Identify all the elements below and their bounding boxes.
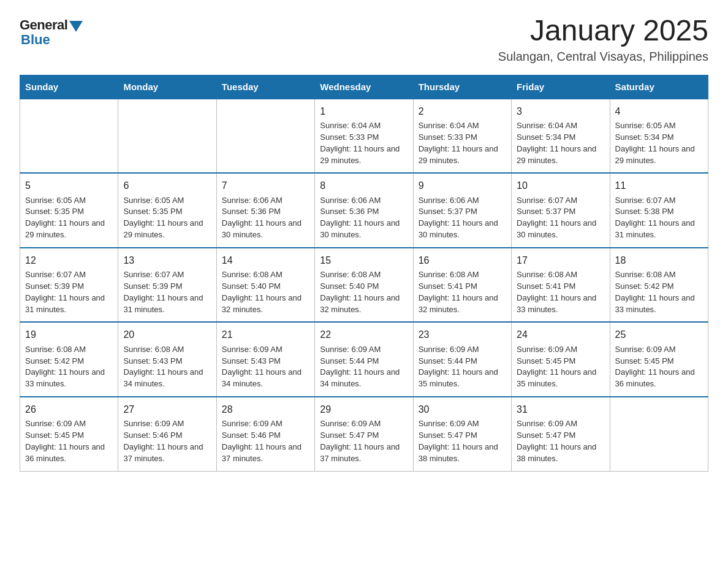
- day-info: Sunrise: 6:05 AMSunset: 5:34 PMDaylight:…: [615, 120, 703, 166]
- day-number: 2: [419, 104, 506, 118]
- day-info: Sunrise: 6:09 AMSunset: 5:46 PMDaylight:…: [222, 418, 309, 464]
- day-info: Sunrise: 6:06 AMSunset: 5:37 PMDaylight:…: [419, 195, 506, 241]
- day-info: Sunrise: 6:04 AMSunset: 5:33 PMDaylight:…: [320, 120, 408, 166]
- calendar-cell: 12Sunrise: 6:07 AMSunset: 5:39 PMDayligh…: [20, 248, 118, 323]
- day-number: 26: [25, 402, 113, 416]
- day-info: Sunrise: 6:08 AMSunset: 5:41 PMDaylight:…: [517, 269, 604, 315]
- week-row-5: 26Sunrise: 6:09 AMSunset: 5:45 PMDayligh…: [20, 397, 708, 471]
- day-number: 31: [517, 402, 604, 416]
- calendar-cell: 29Sunrise: 6:09 AMSunset: 5:47 PMDayligh…: [315, 397, 413, 471]
- week-row-2: 5Sunrise: 6:05 AMSunset: 5:35 PMDaylight…: [20, 173, 708, 248]
- day-number: 23: [419, 327, 506, 342]
- calendar-cell: [610, 397, 708, 471]
- day-number: 5: [25, 178, 113, 193]
- day-number: 29: [320, 402, 408, 416]
- logo: General Blue: [20, 15, 83, 48]
- day-info: Sunrise: 6:09 AMSunset: 5:46 PMDaylight:…: [123, 418, 211, 464]
- day-info: Sunrise: 6:08 AMSunset: 5:43 PMDaylight:…: [123, 344, 211, 390]
- day-number: 12: [25, 253, 113, 267]
- day-number: 28: [222, 402, 309, 416]
- day-number: 4: [615, 104, 703, 118]
- day-info: Sunrise: 6:09 AMSunset: 5:47 PMDaylight:…: [419, 418, 506, 464]
- day-number: 7: [222, 178, 309, 193]
- day-number: 18: [615, 253, 703, 267]
- title-section: January 2025 Sulangan, Central Visayas, …: [498, 15, 708, 64]
- day-info: Sunrise: 6:08 AMSunset: 5:41 PMDaylight:…: [419, 269, 506, 315]
- calendar-cell: 9Sunrise: 6:06 AMSunset: 5:37 PMDaylight…: [413, 173, 511, 248]
- day-number: 13: [123, 253, 211, 267]
- calendar-cell: [216, 99, 314, 174]
- day-info: Sunrise: 6:09 AMSunset: 5:44 PMDaylight:…: [320, 344, 408, 390]
- logo-general-text: General: [20, 17, 67, 33]
- calendar-subtitle: Sulangan, Central Visayas, Philippines: [498, 50, 708, 64]
- weekday-header-sunday: Sunday: [20, 75, 118, 99]
- day-info: Sunrise: 6:04 AMSunset: 5:33 PMDaylight:…: [419, 120, 506, 166]
- day-number: 9: [419, 178, 506, 193]
- week-row-4: 19Sunrise: 6:08 AMSunset: 5:42 PMDayligh…: [20, 322, 708, 397]
- day-number: 14: [222, 253, 309, 267]
- calendar-cell: 4Sunrise: 6:05 AMSunset: 5:34 PMDaylight…: [610, 99, 708, 174]
- calendar-cell: 2Sunrise: 6:04 AMSunset: 5:33 PMDaylight…: [413, 99, 511, 174]
- day-number: 21: [222, 327, 309, 342]
- calendar-cell: 6Sunrise: 6:05 AMSunset: 5:35 PMDaylight…: [118, 173, 216, 248]
- calendar-cell: [20, 99, 118, 174]
- calendar-cell: 15Sunrise: 6:08 AMSunset: 5:40 PMDayligh…: [315, 248, 413, 323]
- weekday-header-saturday: Saturday: [610, 75, 708, 99]
- day-info: Sunrise: 6:05 AMSunset: 5:35 PMDaylight:…: [123, 195, 211, 241]
- day-info: Sunrise: 6:08 AMSunset: 5:42 PMDaylight:…: [615, 269, 703, 315]
- calendar-cell: 24Sunrise: 6:09 AMSunset: 5:45 PMDayligh…: [512, 322, 610, 397]
- logo-blue-text: Blue: [21, 32, 50, 48]
- week-row-1: 1Sunrise: 6:04 AMSunset: 5:33 PMDaylight…: [20, 99, 708, 174]
- day-info: Sunrise: 6:04 AMSunset: 5:34 PMDaylight:…: [517, 120, 604, 166]
- logo-triangle-icon: [69, 21, 83, 32]
- day-info: Sunrise: 6:09 AMSunset: 5:47 PMDaylight:…: [517, 418, 604, 464]
- day-number: 15: [320, 253, 408, 267]
- weekday-header-row: SundayMondayTuesdayWednesdayThursdayFrid…: [20, 75, 708, 99]
- weekday-header-friday: Friday: [512, 75, 610, 99]
- day-number: 22: [320, 327, 408, 342]
- day-number: 25: [615, 327, 703, 342]
- day-info: Sunrise: 6:09 AMSunset: 5:45 PMDaylight:…: [517, 344, 604, 390]
- calendar-cell: [118, 99, 216, 174]
- day-info: Sunrise: 6:09 AMSunset: 5:43 PMDaylight:…: [222, 344, 309, 390]
- day-info: Sunrise: 6:07 AMSunset: 5:38 PMDaylight:…: [615, 195, 703, 241]
- day-info: Sunrise: 6:06 AMSunset: 5:36 PMDaylight:…: [320, 195, 408, 241]
- day-number: 11: [615, 178, 703, 193]
- day-number: 3: [517, 104, 604, 118]
- day-info: Sunrise: 6:07 AMSunset: 5:37 PMDaylight:…: [517, 195, 604, 241]
- calendar-cell: 1Sunrise: 6:04 AMSunset: 5:33 PMDaylight…: [315, 99, 413, 174]
- calendar-cell: 28Sunrise: 6:09 AMSunset: 5:46 PMDayligh…: [216, 397, 314, 471]
- calendar-cell: 3Sunrise: 6:04 AMSunset: 5:34 PMDaylight…: [512, 99, 610, 174]
- day-info: Sunrise: 6:06 AMSunset: 5:36 PMDaylight:…: [222, 195, 309, 241]
- day-number: 19: [25, 327, 113, 342]
- weekday-header-tuesday: Tuesday: [216, 75, 314, 99]
- day-number: 16: [419, 253, 506, 267]
- calendar-cell: 20Sunrise: 6:08 AMSunset: 5:43 PMDayligh…: [118, 322, 216, 397]
- calendar-cell: 16Sunrise: 6:08 AMSunset: 5:41 PMDayligh…: [413, 248, 511, 323]
- day-info: Sunrise: 6:09 AMSunset: 5:45 PMDaylight:…: [615, 344, 703, 390]
- day-number: 17: [517, 253, 604, 267]
- calendar-cell: 17Sunrise: 6:08 AMSunset: 5:41 PMDayligh…: [512, 248, 610, 323]
- calendar-cell: 31Sunrise: 6:09 AMSunset: 5:47 PMDayligh…: [512, 397, 610, 471]
- calendar-cell: 11Sunrise: 6:07 AMSunset: 5:38 PMDayligh…: [610, 173, 708, 248]
- calendar-cell: 26Sunrise: 6:09 AMSunset: 5:45 PMDayligh…: [20, 397, 118, 471]
- calendar-cell: 5Sunrise: 6:05 AMSunset: 5:35 PMDaylight…: [20, 173, 118, 248]
- day-info: Sunrise: 6:08 AMSunset: 5:42 PMDaylight:…: [25, 344, 113, 390]
- calendar-cell: 22Sunrise: 6:09 AMSunset: 5:44 PMDayligh…: [315, 322, 413, 397]
- weekday-header-thursday: Thursday: [413, 75, 511, 99]
- day-number: 1: [320, 104, 408, 118]
- page-header: General Blue January 2025 Sulangan, Cent…: [20, 15, 708, 64]
- day-number: 10: [517, 178, 604, 193]
- calendar-cell: 25Sunrise: 6:09 AMSunset: 5:45 PMDayligh…: [610, 322, 708, 397]
- day-info: Sunrise: 6:07 AMSunset: 5:39 PMDaylight:…: [25, 269, 113, 315]
- day-number: 27: [123, 402, 211, 416]
- day-number: 8: [320, 178, 408, 193]
- calendar-cell: 7Sunrise: 6:06 AMSunset: 5:36 PMDaylight…: [216, 173, 314, 248]
- calendar-table: SundayMondayTuesdayWednesdayThursdayFrid…: [20, 75, 708, 472]
- calendar-cell: 8Sunrise: 6:06 AMSunset: 5:36 PMDaylight…: [315, 173, 413, 248]
- day-number: 20: [123, 327, 211, 342]
- day-info: Sunrise: 6:08 AMSunset: 5:40 PMDaylight:…: [320, 269, 408, 315]
- week-row-3: 12Sunrise: 6:07 AMSunset: 5:39 PMDayligh…: [20, 248, 708, 323]
- weekday-header-monday: Monday: [118, 75, 216, 99]
- calendar-cell: 30Sunrise: 6:09 AMSunset: 5:47 PMDayligh…: [413, 397, 511, 471]
